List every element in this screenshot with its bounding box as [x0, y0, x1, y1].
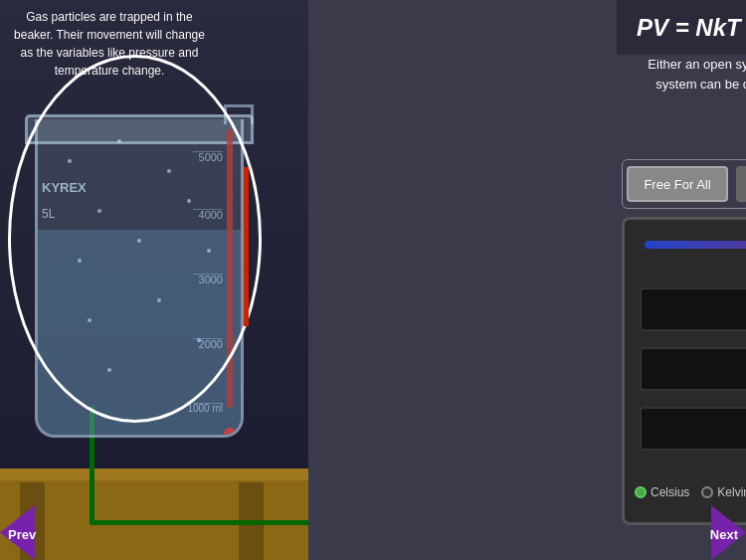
pressure-row: 67.236 Pressure (Pa) — [640, 344, 746, 394]
kelvin-radio-dot[interactable] — [701, 486, 713, 498]
beaker-container: 5000 4000 3000 2000 1000 ml KYREX 5L — [20, 99, 259, 458]
bottom-controls-row: Celsius Kelvin More Less — [635, 472, 746, 512]
green-tube-horizontal — [90, 520, 328, 525]
gas-particle — [167, 169, 171, 173]
beaker-body: 5000 4000 3000 2000 1000 ml — [35, 119, 244, 438]
beaker-brand: KYREX — [42, 179, 87, 197]
gas-particle — [97, 209, 101, 213]
molecules-row: 6.0E+19 Molecules — [640, 404, 746, 454]
gas-particle — [88, 318, 92, 322]
panel-title: Temperature Control — [625, 260, 746, 276]
celsius-radio-group[interactable]: Celsius — [635, 485, 689, 499]
gas-particle — [207, 249, 211, 253]
mode-temperature-button[interactable]: Temperature — [736, 166, 746, 202]
mode-selector: Constant Free For All Temperature Volume… — [622, 159, 746, 209]
graduation-5000: 5000 — [199, 151, 223, 163]
celsius-radio-dot[interactable] — [635, 486, 647, 498]
beaker-volume: 5L — [42, 207, 55, 221]
temperature-value: 27.001 — [640, 287, 746, 331]
graduation-4000: 4000 — [199, 209, 223, 221]
mode-free-for-all-button[interactable]: Free For All — [627, 166, 728, 202]
gas-particle — [187, 199, 191, 203]
control-panel: Temperature Control 27.001 Temp. (°C) 67… — [622, 217, 746, 525]
gas-particle — [68, 159, 72, 163]
next-label: Next — [710, 527, 738, 542]
temperature-slider-track — [645, 241, 746, 249]
right-panel: PV = NkT Main Menu Either an open system… — [308, 0, 746, 560]
kelvin-label: Kelvin — [717, 485, 746, 499]
temperature-row: 27.001 Temp. (°C) — [640, 284, 746, 334]
graduation-3000: 3000 — [199, 274, 223, 285]
gas-particle — [137, 239, 141, 243]
kelvin-radio-group[interactable]: Kelvin — [701, 485, 746, 499]
gas-particle — [78, 259, 82, 263]
gas-particle — [107, 368, 111, 372]
header-bar: PV = NkT Main Menu — [617, 0, 746, 55]
pressure-value: 67.236 — [640, 347, 746, 391]
description-text: Gas particles are trapped in the beaker.… — [10, 8, 209, 80]
prev-label: Prev — [8, 527, 36, 542]
gas-particle — [157, 298, 161, 302]
red-wire — [244, 167, 249, 326]
graduation-2000: 2000 — [199, 338, 223, 350]
gas-particle — [117, 139, 121, 143]
equation-label: PV = NkT — [637, 14, 741, 42]
tooltip-text: Either an open system or a constant vari… — [637, 55, 746, 93]
thermometer — [227, 129, 233, 408]
molecules-value: 6.0E+19 — [640, 407, 746, 451]
thermometer-bulb — [224, 428, 236, 438]
temperature-slider-container[interactable] — [645, 235, 746, 255]
celsius-label: Celsius — [651, 485, 689, 499]
graduation-1000: 1000 ml — [187, 403, 223, 414]
